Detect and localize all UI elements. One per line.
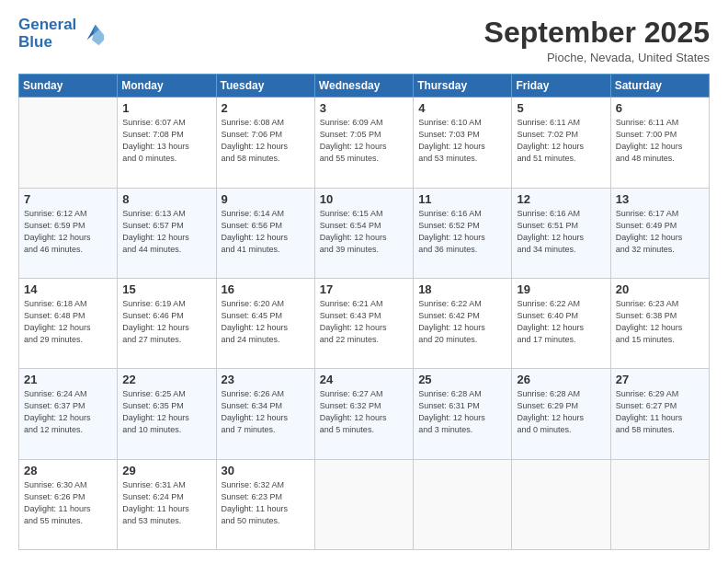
- weekday-header: Wednesday: [314, 75, 413, 98]
- day-number: 19: [517, 282, 605, 296]
- calendar-cell: 10Sunrise: 6:15 AM Sunset: 6:54 PM Dayli…: [314, 188, 413, 278]
- weekday-header: Sunday: [19, 75, 118, 98]
- calendar-cell: 27Sunrise: 6:29 AM Sunset: 6:27 PM Dayli…: [610, 369, 709, 459]
- calendar-cell: [314, 459, 413, 549]
- page: General Blue September 2025 Pioche, Neva…: [0, 0, 728, 563]
- day-info: Sunrise: 6:14 AM Sunset: 6:56 PM Dayligh…: [222, 208, 310, 256]
- day-number: 17: [320, 282, 408, 296]
- day-info: Sunrise: 6:31 AM Sunset: 6:24 PM Dayligh…: [122, 479, 210, 527]
- day-info: Sunrise: 6:11 AM Sunset: 7:00 PM Dayligh…: [616, 117, 704, 165]
- day-info: Sunrise: 6:27 AM Sunset: 6:32 PM Dayligh…: [320, 388, 408, 436]
- day-info: Sunrise: 6:23 AM Sunset: 6:38 PM Dayligh…: [616, 298, 704, 346]
- calendar-header-row: SundayMondayTuesdayWednesdayThursdayFrid…: [19, 75, 710, 98]
- day-number: 12: [517, 192, 605, 206]
- calendar-cell: 30Sunrise: 6:32 AM Sunset: 6:23 PM Dayli…: [216, 459, 314, 549]
- calendar-week-row: 1Sunrise: 6:07 AM Sunset: 7:08 PM Daylig…: [19, 98, 710, 188]
- header: General Blue September 2025 Pioche, Neva…: [18, 17, 710, 64]
- calendar-cell: 22Sunrise: 6:25 AM Sunset: 6:35 PM Dayli…: [118, 369, 216, 459]
- calendar-cell: 19Sunrise: 6:22 AM Sunset: 6:40 PM Dayli…: [512, 278, 610, 368]
- calendar-cell: 20Sunrise: 6:23 AM Sunset: 6:38 PM Dayli…: [610, 278, 709, 368]
- day-number: 26: [517, 373, 605, 386]
- day-number: 2: [222, 101, 310, 115]
- day-number: 29: [122, 464, 210, 477]
- day-info: Sunrise: 6:28 AM Sunset: 6:29 PM Dayligh…: [517, 388, 605, 436]
- day-number: 14: [24, 282, 112, 296]
- day-info: Sunrise: 6:09 AM Sunset: 7:05 PM Dayligh…: [320, 117, 408, 165]
- day-info: Sunrise: 6:08 AM Sunset: 7:06 PM Dayligh…: [222, 117, 310, 165]
- calendar-cell: 28Sunrise: 6:30 AM Sunset: 6:26 PM Dayli…: [19, 459, 118, 549]
- day-info: Sunrise: 6:16 AM Sunset: 6:51 PM Dayligh…: [517, 208, 605, 256]
- weekday-header: Monday: [118, 75, 216, 98]
- day-info: Sunrise: 6:17 AM Sunset: 6:49 PM Dayligh…: [616, 208, 704, 256]
- calendar-cell: 13Sunrise: 6:17 AM Sunset: 6:49 PM Dayli…: [610, 188, 709, 278]
- day-number: 13: [616, 192, 704, 206]
- day-info: Sunrise: 6:07 AM Sunset: 7:08 PM Dayligh…: [122, 117, 210, 165]
- day-number: 3: [320, 101, 408, 115]
- calendar-cell: 6Sunrise: 6:11 AM Sunset: 7:00 PM Daylig…: [610, 98, 709, 188]
- day-info: Sunrise: 6:20 AM Sunset: 6:45 PM Dayligh…: [222, 298, 310, 346]
- day-number: 16: [222, 282, 310, 296]
- calendar-cell: [19, 98, 118, 188]
- calendar-week-row: 7Sunrise: 6:12 AM Sunset: 6:59 PM Daylig…: [19, 188, 710, 278]
- calendar-cell: 15Sunrise: 6:19 AM Sunset: 6:46 PM Dayli…: [118, 278, 216, 368]
- calendar-table: SundayMondayTuesdayWednesdayThursdayFrid…: [18, 74, 710, 550]
- calendar-cell: 21Sunrise: 6:24 AM Sunset: 6:37 PM Dayli…: [19, 369, 118, 459]
- day-number: 10: [320, 192, 408, 206]
- calendar-cell: 26Sunrise: 6:28 AM Sunset: 6:29 PM Dayli…: [512, 369, 610, 459]
- day-number: 7: [24, 192, 112, 206]
- title-block: September 2025 Pioche, Nevada, United St…: [484, 17, 710, 64]
- day-info: Sunrise: 6:21 AM Sunset: 6:43 PM Dayligh…: [320, 298, 408, 346]
- calendar-cell: [610, 459, 709, 549]
- day-number: 1: [122, 101, 210, 115]
- day-info: Sunrise: 6:22 AM Sunset: 6:42 PM Dayligh…: [418, 298, 506, 346]
- day-number: 8: [122, 192, 210, 206]
- calendar-cell: 7Sunrise: 6:12 AM Sunset: 6:59 PM Daylig…: [19, 188, 118, 278]
- calendar-cell: [512, 459, 610, 549]
- month-title: September 2025: [484, 17, 710, 49]
- calendar-week-row: 28Sunrise: 6:30 AM Sunset: 6:26 PM Dayli…: [19, 459, 710, 549]
- day-info: Sunrise: 6:18 AM Sunset: 6:48 PM Dayligh…: [24, 298, 112, 346]
- day-info: Sunrise: 6:28 AM Sunset: 6:31 PM Dayligh…: [418, 388, 506, 436]
- day-number: 28: [24, 464, 112, 477]
- day-info: Sunrise: 6:12 AM Sunset: 6:59 PM Dayligh…: [24, 208, 112, 256]
- calendar-cell: 8Sunrise: 6:13 AM Sunset: 6:57 PM Daylig…: [118, 188, 216, 278]
- day-info: Sunrise: 6:16 AM Sunset: 6:52 PM Dayligh…: [418, 208, 506, 256]
- logo-icon: [80, 21, 106, 47]
- day-info: Sunrise: 6:22 AM Sunset: 6:40 PM Dayligh…: [517, 298, 605, 346]
- day-info: Sunrise: 6:11 AM Sunset: 7:02 PM Dayligh…: [517, 117, 605, 165]
- day-number: 15: [122, 282, 210, 296]
- day-info: Sunrise: 6:13 AM Sunset: 6:57 PM Dayligh…: [122, 208, 210, 256]
- calendar-cell: 11Sunrise: 6:16 AM Sunset: 6:52 PM Dayli…: [414, 188, 512, 278]
- logo-text: General Blue: [18, 17, 76, 51]
- day-info: Sunrise: 6:26 AM Sunset: 6:34 PM Dayligh…: [222, 388, 310, 436]
- day-info: Sunrise: 6:15 AM Sunset: 6:54 PM Dayligh…: [320, 208, 408, 256]
- weekday-header: Thursday: [414, 75, 512, 98]
- day-number: 18: [418, 282, 506, 296]
- calendar-cell: 5Sunrise: 6:11 AM Sunset: 7:02 PM Daylig…: [512, 98, 610, 188]
- weekday-header: Saturday: [610, 75, 709, 98]
- calendar-cell: 1Sunrise: 6:07 AM Sunset: 7:08 PM Daylig…: [118, 98, 216, 188]
- calendar-cell: 29Sunrise: 6:31 AM Sunset: 6:24 PM Dayli…: [118, 459, 216, 549]
- day-number: 30: [222, 464, 310, 477]
- day-info: Sunrise: 6:25 AM Sunset: 6:35 PM Dayligh…: [122, 388, 210, 436]
- calendar-cell: 3Sunrise: 6:09 AM Sunset: 7:05 PM Daylig…: [314, 98, 413, 188]
- day-number: 20: [616, 282, 704, 296]
- day-number: 27: [616, 373, 704, 386]
- calendar-cell: 25Sunrise: 6:28 AM Sunset: 6:31 PM Dayli…: [414, 369, 512, 459]
- logo: General Blue: [18, 17, 106, 51]
- day-info: Sunrise: 6:32 AM Sunset: 6:23 PM Dayligh…: [222, 479, 310, 527]
- calendar-cell: 18Sunrise: 6:22 AM Sunset: 6:42 PM Dayli…: [414, 278, 512, 368]
- day-number: 24: [320, 373, 408, 386]
- day-number: 4: [418, 101, 506, 115]
- day-info: Sunrise: 6:24 AM Sunset: 6:37 PM Dayligh…: [24, 388, 112, 436]
- calendar-cell: 4Sunrise: 6:10 AM Sunset: 7:03 PM Daylig…: [414, 98, 512, 188]
- calendar-cell: 12Sunrise: 6:16 AM Sunset: 6:51 PM Dayli…: [512, 188, 610, 278]
- calendar-cell: 9Sunrise: 6:14 AM Sunset: 6:56 PM Daylig…: [216, 188, 314, 278]
- calendar-cell: 2Sunrise: 6:08 AM Sunset: 7:06 PM Daylig…: [216, 98, 314, 188]
- location: Pioche, Nevada, United States: [484, 51, 710, 64]
- calendar-week-row: 21Sunrise: 6:24 AM Sunset: 6:37 PM Dayli…: [19, 369, 710, 459]
- day-number: 21: [24, 373, 112, 386]
- calendar-week-row: 14Sunrise: 6:18 AM Sunset: 6:48 PM Dayli…: [19, 278, 710, 368]
- weekday-header: Friday: [512, 75, 610, 98]
- day-info: Sunrise: 6:10 AM Sunset: 7:03 PM Dayligh…: [418, 117, 506, 165]
